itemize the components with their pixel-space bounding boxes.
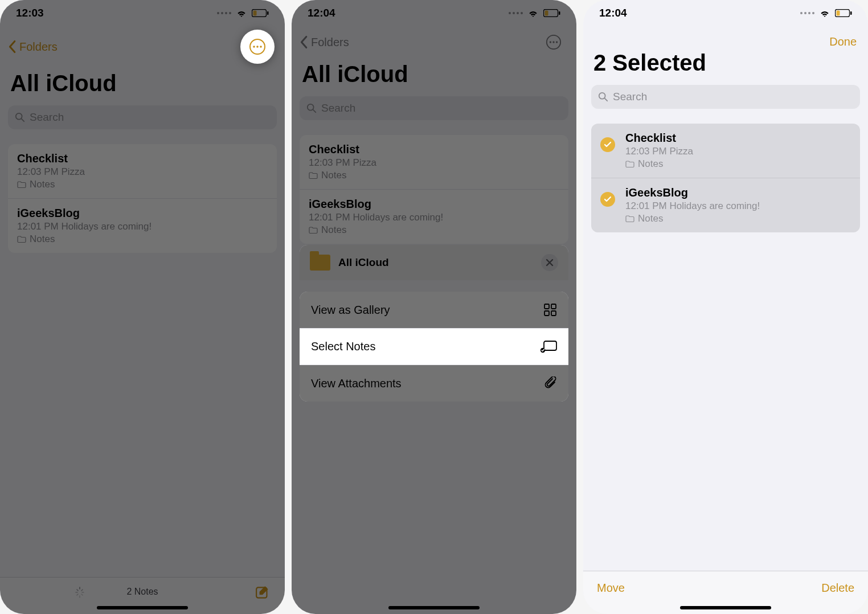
note-subtitle: 12:03 PM Pizza bbox=[625, 146, 851, 157]
note-subtitle: 12:01 PM Holidays are coming! bbox=[625, 200, 851, 212]
note-folder: Notes bbox=[625, 213, 851, 224]
svg-rect-2 bbox=[267, 11, 269, 15]
sheet-item-label: Select Notes bbox=[311, 340, 375, 353]
screen-action-sheet: 12:04 Folders All iCloud Search Checklis… bbox=[292, 0, 576, 614]
done-button[interactable]: Done bbox=[829, 35, 857, 48]
close-icon bbox=[546, 259, 554, 267]
move-button[interactable]: Move bbox=[597, 582, 625, 595]
home-indicator[interactable] bbox=[388, 606, 480, 609]
svg-rect-19 bbox=[545, 11, 548, 16]
status-time: 12:04 bbox=[308, 7, 335, 19]
syncing-icon bbox=[74, 587, 85, 598]
svg-line-37 bbox=[605, 99, 608, 101]
folder-icon bbox=[309, 171, 318, 179]
status-bar: 12:04 bbox=[292, 0, 576, 22]
svg-rect-27 bbox=[544, 304, 549, 309]
cell-dots-icon bbox=[509, 12, 523, 14]
svg-rect-29 bbox=[544, 311, 549, 316]
svg-line-16 bbox=[81, 590, 83, 591]
note-row-selected[interactable]: iGeeksBlog 12:01 PM Holidays are coming!… bbox=[591, 178, 860, 232]
note-row[interactable]: Checklist 12:03 PM Pizza Notes bbox=[8, 144, 277, 199]
home-indicator[interactable] bbox=[680, 606, 771, 609]
action-sheet: All iCloud View as Gallery Select Notes … bbox=[300, 245, 568, 402]
wifi-icon bbox=[527, 9, 539, 18]
sheet-item-select[interactable]: Select Notes bbox=[300, 329, 568, 365]
sheet-item-attachments[interactable]: View Attachments bbox=[300, 365, 568, 402]
note-subtitle: 12:01 PM Holidays are coming! bbox=[17, 221, 268, 232]
search-icon bbox=[15, 112, 25, 122]
checkmark-icon[interactable] bbox=[600, 192, 615, 207]
status-time: 12:04 bbox=[599, 7, 627, 19]
svg-point-22 bbox=[550, 41, 551, 43]
sheet-header: All iCloud bbox=[300, 245, 568, 280]
wifi-icon bbox=[236, 9, 247, 18]
more-button[interactable] bbox=[541, 30, 566, 55]
nav-row: Folders bbox=[292, 22, 576, 57]
note-title: iGeeksBlog bbox=[17, 207, 268, 220]
grid-icon bbox=[543, 303, 557, 317]
note-subtitle: 12:01 PM Holidays are coming! bbox=[309, 212, 559, 223]
note-title: Checklist bbox=[625, 132, 851, 145]
status-bar: 12:04 bbox=[583, 0, 868, 22]
notes-list: Checklist 12:03 PM Pizza Notes iGeeksBlo… bbox=[300, 135, 568, 244]
note-title: iGeeksBlog bbox=[625, 186, 851, 199]
note-title: Checklist bbox=[17, 152, 268, 165]
svg-line-13 bbox=[77, 590, 78, 591]
back-button[interactable]: Folders bbox=[298, 35, 349, 49]
close-button[interactable] bbox=[541, 254, 558, 271]
svg-rect-34 bbox=[837, 11, 840, 16]
search-icon bbox=[598, 92, 608, 102]
screen-selection: 12:04 Done 2 Selected Search Checklist 1… bbox=[583, 0, 868, 614]
search-icon bbox=[306, 103, 317, 113]
svg-point-25 bbox=[308, 104, 314, 110]
svg-rect-35 bbox=[850, 11, 852, 15]
compose-button[interactable] bbox=[255, 584, 271, 600]
sheet-item-gallery[interactable]: View as Gallery bbox=[300, 292, 568, 329]
note-folder: Notes bbox=[17, 179, 268, 190]
chevron-left-icon bbox=[298, 35, 309, 49]
ellipsis-icon bbox=[249, 38, 266, 55]
note-row[interactable]: iGeeksBlog 12:01 PM Holidays are coming!… bbox=[8, 199, 277, 253]
svg-rect-30 bbox=[551, 311, 556, 316]
svg-rect-31 bbox=[544, 341, 556, 350]
sheet-list: View as Gallery Select Notes View Attach… bbox=[300, 292, 568, 402]
svg-point-4 bbox=[253, 46, 255, 48]
checkmark-icon[interactable] bbox=[600, 137, 615, 152]
sheet-item-label: View Attachments bbox=[311, 377, 402, 390]
back-label: Folders bbox=[19, 40, 58, 54]
home-indicator[interactable] bbox=[97, 606, 188, 609]
sheet-item-label: View as Gallery bbox=[311, 304, 390, 317]
sheet-title: All iCloud bbox=[338, 256, 389, 269]
search-input[interactable]: Search bbox=[300, 96, 568, 120]
search-input[interactable]: Search bbox=[8, 105, 277, 129]
ellipsis-icon bbox=[546, 34, 562, 50]
notes-list-selection: Checklist 12:03 PM Pizza Notes iGeeksBlo… bbox=[591, 124, 860, 232]
back-label: Folders bbox=[311, 36, 349, 49]
svg-point-7 bbox=[16, 113, 22, 120]
note-title: Checklist bbox=[309, 143, 559, 156]
page-title: All iCloud bbox=[292, 57, 576, 93]
more-button[interactable] bbox=[240, 30, 275, 64]
svg-line-14 bbox=[81, 594, 83, 595]
cell-dots-icon bbox=[217, 12, 231, 14]
cell-dots-icon bbox=[800, 12, 814, 14]
wifi-icon bbox=[819, 9, 830, 18]
search-input[interactable]: Search bbox=[591, 85, 860, 109]
battery-low-icon bbox=[252, 9, 269, 17]
svg-point-36 bbox=[599, 93, 605, 99]
delete-button[interactable]: Delete bbox=[821, 582, 854, 595]
note-row-selected[interactable]: Checklist 12:03 PM Pizza Notes bbox=[591, 124, 860, 178]
nav-row: Folders bbox=[0, 22, 285, 66]
note-subtitle: 12:03 PM Pizza bbox=[309, 157, 559, 169]
svg-point-5 bbox=[256, 46, 259, 48]
note-row[interactable]: iGeeksBlog 12:01 PM Holidays are coming!… bbox=[300, 190, 568, 244]
svg-line-15 bbox=[77, 594, 78, 595]
notes-count: 2 Notes bbox=[126, 587, 158, 597]
svg-rect-1 bbox=[253, 11, 257, 16]
back-button[interactable]: Folders bbox=[7, 40, 58, 54]
note-row[interactable]: Checklist 12:03 PM Pizza Notes bbox=[300, 135, 568, 190]
svg-point-6 bbox=[260, 46, 262, 48]
battery-low-icon bbox=[543, 9, 560, 17]
folder-icon bbox=[17, 235, 26, 243]
folder-icon bbox=[625, 215, 634, 223]
